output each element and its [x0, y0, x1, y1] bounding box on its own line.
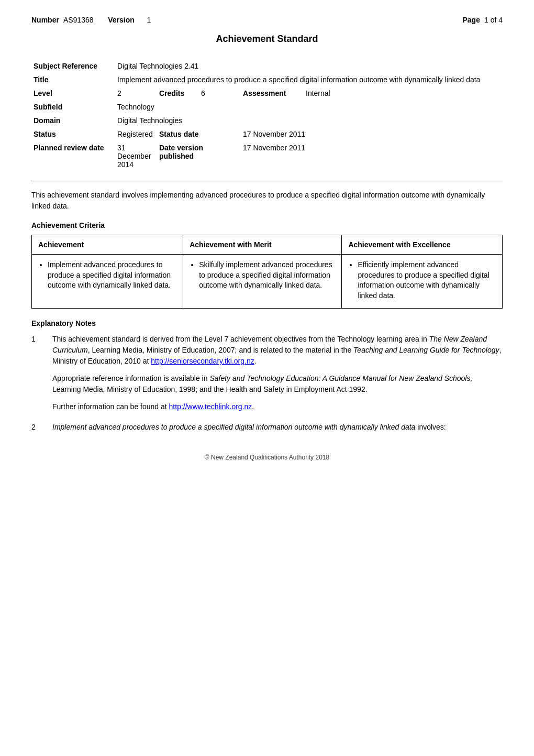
- col1-cell: Implement advanced procedures to produce…: [32, 255, 183, 309]
- col3-header: Achievement with Excellence: [342, 235, 503, 255]
- status-date-label: Status date: [157, 127, 241, 141]
- note-2-content: Implement advanced procedures to produce…: [52, 422, 503, 433]
- status-value: Registered: [115, 127, 157, 141]
- note-1-content: This achievement standard is derived fro…: [52, 334, 503, 412]
- subject-reference-row: Subject Reference Digital Technologies 2…: [31, 59, 503, 73]
- planned-review-label: Planned review date: [31, 141, 115, 171]
- col3-list: Efficiently implement advanced procedure…: [348, 260, 496, 301]
- tlg-italic: Teaching and Learning Guide for Technolo…: [353, 346, 499, 354]
- note-1-para-3: Further information can be found at http…: [52, 401, 503, 412]
- header-page: Page 1 of 4: [463, 16, 503, 24]
- assessment-label: Assessment: [241, 86, 304, 100]
- version-value: 1: [147, 16, 151, 24]
- domain-value: Digital Technologies: [115, 114, 503, 127]
- criteria-table: Achievement Achievement with Merit Achie…: [31, 235, 503, 309]
- safety-italic: Safety and Technology Education: A Guida…: [209, 374, 472, 382]
- explanatory-notes-heading: Explanatory Notes: [31, 319, 503, 327]
- planned-review-value: 31 December 2014: [115, 141, 157, 171]
- col2-cell: Skilfully implement advanced procedures …: [183, 255, 342, 309]
- page-title: Achievement Standard: [31, 34, 503, 45]
- page-label: Page: [463, 16, 480, 24]
- note-1-para-2: Appropriate reference information is ava…: [52, 373, 503, 395]
- subject-reference-value: Digital Technologies 2.41: [115, 59, 503, 73]
- subject-reference-label: Subject Reference: [31, 59, 115, 73]
- assessment-value: Internal: [304, 86, 503, 100]
- level-label: Level: [31, 86, 115, 100]
- status-date-value: 17 November 2011: [241, 127, 503, 141]
- notes-list: 1 This achievement standard is derived f…: [31, 334, 503, 433]
- criteria-body-row: Implement advanced procedures to produce…: [32, 255, 503, 309]
- title-row: Title Implement advanced procedures to p…: [31, 73, 503, 86]
- domain-label: Domain: [31, 114, 115, 127]
- col1-list: Implement advanced procedures to produce…: [38, 260, 176, 291]
- note-1: 1 This achievement standard is derived f…: [31, 334, 503, 412]
- divider: [31, 181, 503, 181]
- note-2-number: 2: [31, 422, 42, 433]
- number-label: Number: [31, 16, 59, 24]
- col2-header: Achievement with Merit: [183, 235, 342, 255]
- date-version-label: Date version published: [157, 141, 241, 171]
- subfield-value: Technology: [115, 100, 503, 114]
- number-value: AS91368: [63, 16, 94, 24]
- note-2: 2 Implement advanced procedures to produ…: [31, 422, 503, 433]
- info-table: Subject Reference Digital Technologies 2…: [31, 59, 503, 171]
- subfield-label: Subfield: [31, 100, 115, 114]
- intro-text: This achievement standard involves imple…: [31, 190, 503, 212]
- level-value: 2: [115, 86, 157, 100]
- tki-link[interactable]: http://seniorsecondary.tki.org.nz: [151, 357, 254, 365]
- planned-review-row: Planned review date 31 December 2014 Dat…: [31, 141, 503, 171]
- page-info: 1 of 4: [484, 16, 503, 24]
- date-version-value: 17 November 2011: [241, 141, 503, 171]
- achievement-criteria-heading: Achievement Criteria: [31, 221, 503, 229]
- status-label: Status: [31, 127, 115, 141]
- credits-label: Credits: [157, 86, 199, 100]
- col3-item-1: Efficiently implement advanced procedure…: [358, 260, 496, 301]
- title-label: Title: [31, 73, 115, 86]
- version-label: Version: [108, 16, 135, 24]
- criteria-header-row: Achievement Achievement with Merit Achie…: [32, 235, 503, 255]
- techlink-link[interactable]: http://www.techlink.org.nz: [169, 402, 252, 411]
- note-2-para-1: Implement advanced procedures to produce…: [52, 422, 503, 433]
- header: Number AS91368 Version 1 Page 1 of 4: [31, 16, 503, 24]
- status-row: Status Registered Status date 17 Novembe…: [31, 127, 503, 141]
- note-1-para-1: This achievement standard is derived fro…: [52, 334, 503, 367]
- col2-list: Skilfully implement advanced procedures …: [190, 260, 335, 291]
- col2-item-1: Skilfully implement advanced procedures …: [199, 260, 335, 291]
- col1-header: Achievement: [32, 235, 183, 255]
- title-value: Implement advanced procedures to produce…: [115, 73, 503, 86]
- col1-item-1: Implement advanced procedures to produce…: [48, 260, 176, 291]
- subfield-row: Subfield Technology: [31, 100, 503, 114]
- footer: © New Zealand Qualifications Authority 2…: [31, 454, 503, 461]
- note-1-number: 1: [31, 334, 42, 412]
- copyright: © New Zealand Qualifications Authority 2…: [205, 454, 329, 461]
- level-row: Level 2 Credits 6 Assessment Internal: [31, 86, 503, 100]
- credits-value: 6: [199, 86, 241, 100]
- col3-cell: Efficiently implement advanced procedure…: [342, 255, 503, 309]
- header-number: Number AS91368 Version 1: [31, 16, 151, 24]
- domain-row: Domain Digital Technologies: [31, 114, 503, 127]
- note-2-italic: Implement advanced procedures to produce…: [52, 423, 415, 431]
